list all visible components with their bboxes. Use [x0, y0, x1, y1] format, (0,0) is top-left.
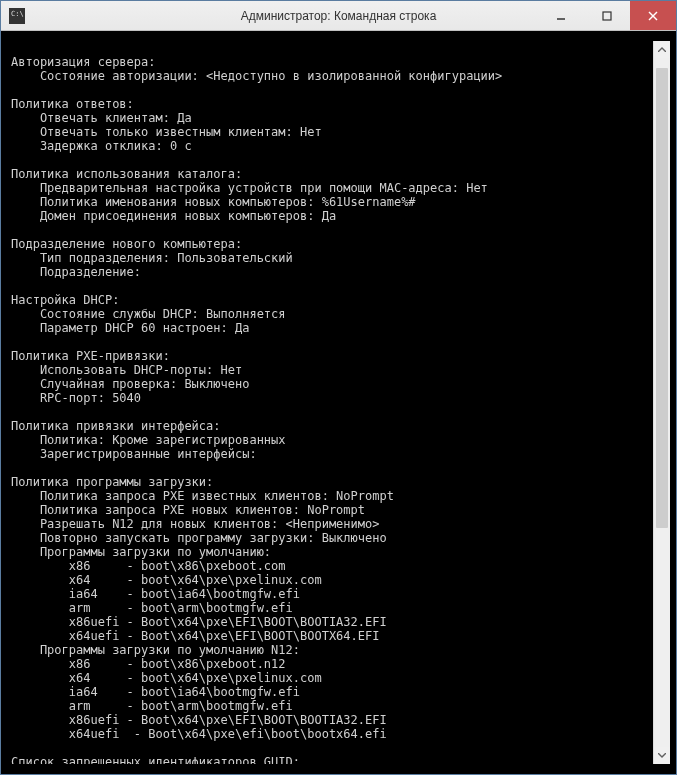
minimize-icon	[556, 11, 566, 21]
console-area: Авторизация сервера: Состояние авторизац…	[1, 31, 676, 774]
close-button[interactable]	[630, 1, 676, 30]
window: Администратор: Командная строка Авториза…	[0, 0, 677, 775]
scrollbar-track[interactable]	[654, 58, 670, 747]
window-controls	[538, 1, 676, 30]
close-icon	[648, 11, 658, 21]
console-output: Авторизация сервера: Состояние авторизац…	[11, 41, 653, 764]
maximize-icon	[602, 11, 612, 21]
chevron-up-icon	[658, 47, 666, 52]
scrollbar-thumb[interactable]	[656, 68, 668, 528]
svg-rect-1	[603, 12, 611, 20]
scrollbar[interactable]	[653, 41, 670, 764]
minimize-button[interactable]	[538, 1, 584, 30]
scroll-down-button[interactable]	[654, 747, 670, 764]
scroll-up-button[interactable]	[654, 41, 670, 58]
maximize-button[interactable]	[584, 1, 630, 30]
chevron-down-icon	[658, 753, 666, 758]
cmd-icon	[9, 8, 25, 24]
title-bar: Администратор: Командная строка	[1, 1, 676, 31]
